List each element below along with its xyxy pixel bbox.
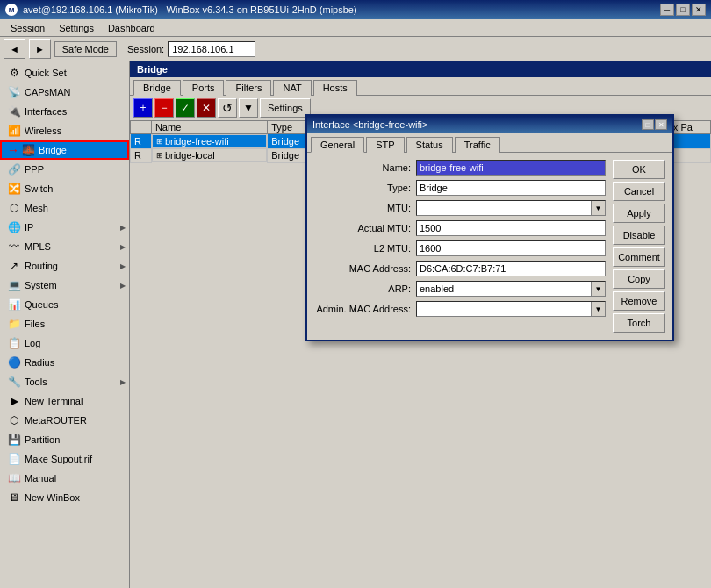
admin-mac-select-value: [417, 308, 591, 310]
sidebar-item-metarouter[interactable]: ⬡ MetaROUTER: [0, 411, 129, 430]
sidebar-item-routing[interactable]: ↗ Routing ▶: [0, 256, 129, 276]
menu-session[interactable]: Session: [4, 21, 52, 35]
type-input[interactable]: [416, 180, 606, 196]
sidebar-item-label: Bridge: [39, 145, 126, 155]
title-text: avet@192.168.106.1 (MikroTik) - WinBox v…: [23, 4, 660, 15]
dialog-tab-stp[interactable]: STP: [366, 137, 404, 153]
dialog-title-buttons: □ ✕: [642, 119, 667, 130]
sidebar-item-new-winbox[interactable]: 🖥 New WinBox: [0, 488, 129, 507]
mac-label: MAC Address:: [314, 263, 411, 274]
sidebar-item-ppp[interactable]: 🔗 PPP: [0, 160, 129, 179]
mac-input[interactable]: [416, 261, 606, 276]
sidebar-item-capsman[interactable]: 📡 CAPsMAN: [0, 82, 129, 102]
actual-mtu-field-row: Actual MTU:: [314, 220, 606, 236]
sidebar-item-make-supout[interactable]: 📄 Make Supout.rif: [0, 449, 129, 469]
sidebar-item-label: Tools: [25, 376, 120, 387]
filter-button[interactable]: ▼: [239, 98, 258, 118]
sidebar-item-label: PPP: [25, 164, 126, 175]
tab-bridge[interactable]: Bridge: [133, 80, 181, 96]
sidebar-item-label: MPLS: [25, 241, 120, 252]
l2-mtu-input[interactable]: [416, 240, 606, 256]
sidebar-item-system[interactable]: 💻 System ▶: [0, 276, 129, 295]
dialog-tab-general[interactable]: General: [311, 137, 364, 153]
system-icon: 💻: [7, 278, 21, 292]
sidebar-item-label: Interfaces: [25, 106, 126, 117]
dialog-close-button[interactable]: ✕: [655, 119, 667, 130]
forward-button[interactable]: ►: [29, 39, 51, 59]
sidebar-item-mpls[interactable]: 〰 MPLS ▶: [0, 237, 129, 256]
arp-dropdown-arrow[interactable]: ▼: [591, 282, 605, 296]
col-name[interactable]: Name: [151, 121, 267, 134]
sidebar-item-new-terminal[interactable]: ▶ New Terminal: [0, 391, 129, 411]
menu-settings[interactable]: Settings: [52, 21, 101, 35]
mtu-select[interactable]: ▼: [416, 200, 606, 216]
admin-mac-select[interactable]: ▼: [416, 301, 606, 317]
l2-mtu-label: L2 MTU:: [314, 243, 411, 254]
admin-mac-dropdown-arrow[interactable]: ▼: [591, 302, 605, 316]
sidebar-item-bridge[interactable]: → 🌉 Bridge: [0, 140, 129, 160]
copy-button[interactable]: Copy: [613, 269, 665, 289]
type-label: Type:: [314, 183, 411, 193]
cancel-button[interactable]: Cancel: [613, 182, 665, 201]
tab-hosts[interactable]: Hosts: [313, 80, 357, 96]
sidebar-item-queues[interactable]: 📊 Queues: [0, 295, 129, 314]
sidebar-item-mesh[interactable]: ⬡ Mesh: [0, 198, 129, 218]
name-input[interactable]: [416, 160, 606, 176]
remove-button[interactable]: Remove: [613, 291, 665, 311]
type-field-row: Type:: [314, 180, 606, 196]
safe-mode-button[interactable]: Safe Mode: [54, 41, 117, 57]
remove-button[interactable]: −: [154, 98, 174, 118]
ip-icon: 🌐: [7, 220, 21, 234]
row-flag: R: [131, 148, 152, 162]
dialog-buttons: OK Cancel Apply Disable Comment Copy Rem…: [613, 160, 665, 333]
session-label: Session:: [127, 44, 164, 54]
mtu-dropdown-arrow[interactable]: ▼: [591, 201, 605, 215]
menu-bar: Session Settings Dashboard: [0, 19, 711, 37]
dialog-maximize-button[interactable]: □: [642, 119, 654, 130]
maximize-button[interactable]: □: [676, 4, 690, 16]
sidebar-item-switch[interactable]: 🔀 Switch: [0, 179, 129, 198]
disable-button[interactable]: ✕: [197, 98, 216, 118]
ok-button[interactable]: OK: [613, 160, 665, 179]
routing-arrow: ▶: [120, 262, 126, 270]
sidebar-item-manual[interactable]: 📖 Manual: [0, 469, 129, 488]
wireless-icon: 📶: [7, 124, 21, 138]
col-flag: [131, 121, 152, 134]
sidebar-item-log[interactable]: 📋 Log: [0, 333, 129, 353]
sidebar-item-wireless[interactable]: 📶 Wireless: [0, 121, 129, 140]
content-area: Bridge Bridge Ports Filters NAT Hosts + …: [130, 61, 711, 588]
add-button[interactable]: +: [133, 98, 153, 118]
tab-filters[interactable]: Filters: [226, 80, 271, 96]
sidebar-item-ip[interactable]: 🌐 IP ▶: [0, 218, 129, 237]
settings-button[interactable]: Settings: [260, 98, 311, 118]
sidebar-item-quick-set[interactable]: ⚙ Quick Set: [0, 63, 129, 82]
metarouter-icon: ⬡: [7, 413, 21, 427]
sidebar-item-partition[interactable]: 💾 Partition: [0, 430, 129, 449]
sidebar-item-interfaces[interactable]: 🔌 Interfaces: [0, 102, 129, 121]
dialog-tab-traffic[interactable]: Traffic: [455, 137, 500, 153]
torch-button[interactable]: Torch: [613, 313, 665, 333]
queues-icon: 📊: [7, 298, 21, 312]
reset-button[interactable]: ↺: [218, 98, 237, 118]
tab-nat[interactable]: NAT: [273, 80, 311, 96]
main-toolbar: ◄ ► Safe Mode Session:: [0, 37, 711, 61]
actual-mtu-input[interactable]: [416, 220, 606, 236]
admin-mac-field-row: Admin. MAC Address: ▼: [314, 301, 606, 317]
enable-button[interactable]: ✓: [176, 98, 195, 118]
sidebar-item-tools[interactable]: 🔧 Tools ▶: [0, 372, 129, 391]
dialog-tabs: General STP Status Traffic: [307, 133, 672, 153]
close-button[interactable]: ✕: [692, 4, 706, 16]
arp-select[interactable]: enabled ▼: [416, 281, 606, 297]
sidebar-item-label: New Terminal: [25, 396, 126, 406]
disable-button[interactable]: Disable: [613, 226, 665, 245]
session-input[interactable]: [168, 41, 255, 57]
tab-ports[interactable]: Ports: [183, 80, 225, 96]
comment-button[interactable]: Comment: [613, 247, 665, 267]
minimize-button[interactable]: ─: [660, 4, 674, 16]
sidebar-item-files[interactable]: 📁 Files: [0, 314, 129, 333]
back-button[interactable]: ◄: [4, 39, 25, 59]
apply-button[interactable]: Apply: [613, 204, 665, 223]
menu-dashboard[interactable]: Dashboard: [101, 21, 162, 35]
dialog-tab-status[interactable]: Status: [406, 137, 453, 153]
sidebar-item-radius[interactable]: 🔵 Radius: [0, 353, 129, 372]
